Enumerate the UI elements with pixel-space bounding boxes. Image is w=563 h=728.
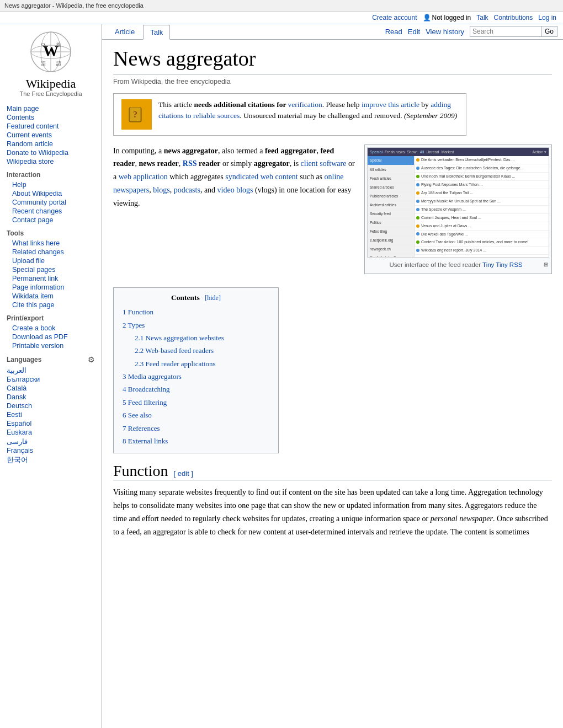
improve-article-link[interactable]: improve this article: [362, 100, 419, 109]
sidebar-item: Wikidata item: [7, 292, 95, 300]
tab-edit[interactable]: Edit: [408, 28, 420, 36]
toc-link[interactable]: 5 Feed filtering: [123, 398, 167, 406]
search-input[interactable]: [470, 26, 541, 37]
toc-item: 3 Media aggregators: [123, 370, 269, 383]
print-section-title: Print/export: [7, 314, 95, 322]
sidebar-nav-link[interactable]: Main page: [7, 105, 39, 113]
sidebar-item: Current events: [7, 131, 95, 139]
sidebar-interaction-list: HelpAbout WikipediaCommunity portalRecen…: [7, 181, 95, 224]
sidebar-tools-link[interactable]: Special pages: [12, 266, 56, 274]
sidebar-interaction-link[interactable]: About Wikipedia: [12, 190, 62, 197]
sidebar-interaction-link[interactable]: Contact page: [12, 216, 53, 224]
toc-item: 2.3 Feed reader applications: [123, 357, 269, 370]
languages-gear-icon[interactable]: ⚙: [88, 355, 95, 364]
web-app-link[interactable]: web application: [119, 173, 168, 181]
sidebar-item: Download as PDF: [7, 333, 95, 341]
feed-sidebar-item: Special: [368, 156, 414, 165]
sidebar-tools-link[interactable]: Wikidata item: [12, 292, 54, 300]
sidebar-language-link[interactable]: Euskara: [7, 429, 32, 436]
verification-link[interactable]: verification: [288, 100, 322, 109]
top-navigation-bar: Create account 👤Not logged in Talk Contr…: [0, 12, 563, 24]
sidebar-language-link[interactable]: Français: [7, 447, 33, 454]
sidebar-item: Upload file: [7, 257, 95, 265]
svg-text:Ω: Ω: [41, 42, 45, 47]
sidebar-language-link[interactable]: 한국어: [7, 456, 28, 464]
sidebar-print-link[interactable]: Create a book: [12, 324, 56, 332]
syndicated-link[interactable]: syndicated web content: [225, 173, 298, 181]
sidebar-language-link[interactable]: Български: [7, 376, 40, 383]
sidebar-nav-link[interactable]: Donate to Wikipedia: [7, 149, 68, 157]
toc-item: 4 Broadcatching: [123, 383, 269, 395]
article-intro: Special Fresh news Show: All Unread Mark…: [113, 144, 552, 280]
sidebar-interaction-link[interactable]: Community portal: [12, 199, 66, 206]
toc-link[interactable]: 8 External links: [123, 437, 168, 445]
sidebar-nav-link[interactable]: Current events: [7, 131, 52, 139]
toc-link[interactable]: 4 Broadcatching: [123, 385, 170, 393]
sidebar-tools-link[interactable]: Page information: [12, 283, 65, 291]
toc-link[interactable]: 2.3 Feed reader applications: [135, 360, 216, 368]
feed-sidebar-item: e.netpolitik.org: [368, 236, 414, 245]
toc-link[interactable]: 7 References: [123, 424, 160, 432]
feed-caption: User interface of the feed reader Tiny T…: [367, 258, 549, 272]
sidebar-language-link[interactable]: Español: [7, 420, 31, 427]
client-software-link[interactable]: client software: [301, 159, 347, 168]
hide-toc-link[interactable]: [hide]: [205, 294, 221, 302]
sidebar-nav-link[interactable]: Random article: [7, 140, 53, 148]
toc-link[interactable]: 2.2 Web-based feed readers: [135, 346, 214, 355]
toc-link[interactable]: 2 Types: [123, 321, 145, 329]
toc-link[interactable]: 1 Function: [123, 308, 153, 316]
sidebar-tools-link[interactable]: Cite this page: [12, 301, 54, 309]
podcasts-link[interactable]: podcasts: [174, 186, 200, 194]
tab-view-history[interactable]: View history: [426, 28, 464, 36]
tiny-rss-link[interactable]: Tiny Tiny RSS: [482, 261, 522, 268]
login-link[interactable]: Log in: [538, 14, 556, 22]
toc-link[interactable]: 3 Media aggregators: [123, 372, 182, 381]
toc-link[interactable]: 2.1 News aggregation websites: [135, 334, 224, 342]
sidebar-language-link[interactable]: العربية: [7, 367, 26, 374]
feed-row: Mercyys Musik: An Unusual Spot at the Su…: [415, 197, 549, 206]
feed-row: Ary 188 and the Tulipan Tail ...: [415, 189, 549, 197]
contributions-link[interactable]: Contributions: [494, 14, 533, 22]
sidebar-tools-list: What links hereRelated changesUpload fil…: [7, 239, 95, 309]
sidebar-interaction-link[interactable]: Help: [12, 181, 26, 189]
toc-item: 6 See also: [123, 409, 269, 421]
video-blogs-link[interactable]: video blogs: [217, 186, 253, 194]
sidebar-tools-section: Tools What links hereRelated changesUplo…: [7, 229, 95, 309]
expand-icon[interactable]: ⊞: [544, 260, 548, 269]
sidebar-tools-link[interactable]: Upload file: [12, 257, 45, 265]
search-go-button[interactable]: Go: [541, 26, 557, 37]
toc-link[interactable]: 6 See also: [123, 411, 152, 419]
feed-sidebar-item: newsgeek.ch: [368, 245, 414, 254]
toc-item: 1 Function: [123, 306, 269, 318]
sidebar-interaction-link[interactable]: Recent changes: [12, 207, 62, 215]
toc-item: 2 Types: [123, 319, 269, 331]
sidebar-language-link[interactable]: Deutsch: [7, 402, 32, 410]
toc-item: 2.2 Web-based feed readers: [123, 344, 269, 357]
tab-talk[interactable]: Talk: [143, 25, 170, 40]
sidebar-nav-link[interactable]: Contents: [7, 114, 34, 121]
sidebar-tools-link[interactable]: What links here: [12, 239, 60, 247]
rss-link[interactable]: RSS: [183, 159, 197, 168]
sidebar-print-link[interactable]: Download as PDF: [12, 333, 68, 341]
sidebar-item: Cite this page: [7, 301, 95, 309]
tab-article[interactable]: Article: [108, 24, 142, 39]
sidebar-language-link[interactable]: Eesti: [7, 411, 22, 419]
sidebar-nav-link[interactable]: Wikipedia store: [7, 158, 54, 165]
function-edit-link[interactable]: [ edit ]: [174, 469, 193, 478]
sidebar-language-link[interactable]: Català: [7, 384, 26, 392]
blogs-link[interactable]: blogs: [153, 186, 169, 194]
feed-sidebar-item: Starred articles: [368, 183, 414, 192]
sidebar-tools-link[interactable]: Permanent link: [12, 275, 58, 282]
sidebar-language-link[interactable]: Dansk: [7, 393, 26, 401]
sidebar-language-item: Deutsch: [7, 402, 95, 410]
sidebar-tools-link[interactable]: Related changes: [12, 248, 64, 256]
sidebar-item: Page information: [7, 283, 95, 291]
sidebar-languages-list: العربيةБългарскиCatalàDanskDeutschEestiE…: [7, 366, 95, 465]
talk-link[interactable]: Talk: [476, 14, 488, 22]
sidebar-print-link[interactable]: Printable version: [12, 342, 63, 350]
tab-read[interactable]: Read: [385, 28, 402, 36]
sidebar-language-link[interactable]: فارسی: [7, 438, 28, 446]
sidebar-language-item: Български: [7, 376, 95, 383]
sidebar-nav-link[interactable]: Featured content: [7, 122, 59, 130]
create-account-link[interactable]: Create account: [372, 14, 417, 22]
